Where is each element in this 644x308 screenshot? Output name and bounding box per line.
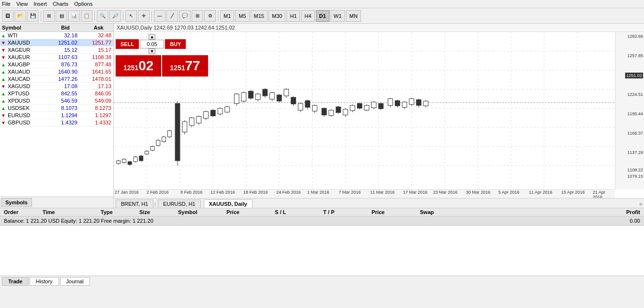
grid-button[interactable]: ⊞ bbox=[192, 10, 203, 22]
zoom-in-button[interactable]: ⊞ bbox=[43, 10, 55, 22]
tf-m15[interactable]: M15 bbox=[251, 10, 268, 22]
col-tp: T / P bbox=[321, 209, 370, 215]
sym-name: USDSEK bbox=[7, 105, 45, 111]
symbol-row-xauusd[interactable]: ▼ XAUUSD 1251.02 1251.77 bbox=[0, 39, 113, 46]
chart-header: XAUUSD,Daily 1242.69 1270.03 1242.64 125… bbox=[114, 24, 644, 32]
date-5: 18 Feb 2016 bbox=[243, 190, 268, 195]
sym-name: GBPUSD bbox=[7, 120, 45, 125]
menu-file[interactable]: File bbox=[2, 1, 11, 7]
sep3 bbox=[123, 11, 123, 21]
col-profit: Profit bbox=[457, 209, 642, 215]
menu-charts[interactable]: Charts bbox=[53, 1, 68, 7]
tf-d1[interactable]: D1 bbox=[316, 10, 329, 22]
trendline-button[interactable]: ╱ bbox=[166, 10, 178, 22]
sep5 bbox=[218, 11, 218, 21]
price-level-3: 1224.51 bbox=[627, 92, 643, 97]
svg-rect-39 bbox=[162, 137, 166, 142]
sym-bid: 8.1073 bbox=[45, 105, 79, 111]
indicators-button[interactable]: 📊 bbox=[68, 10, 80, 22]
svg-rect-53 bbox=[210, 110, 215, 116]
symbol-row-usdsek[interactable]: ▲ USDSEK 8.1073 8.1273 bbox=[0, 105, 113, 112]
tab-history[interactable]: History bbox=[30, 277, 59, 286]
col-price: Price bbox=[225, 209, 273, 215]
tab-sep-1: | bbox=[154, 201, 156, 207]
chart-tab-eurusd[interactable]: EURUSD, H1 bbox=[158, 200, 201, 208]
chart-main[interactable]: SELL ▲ ▼ BUY 125102 125177 bbox=[114, 32, 644, 198]
symbol-header: Symbol Bid Ask bbox=[0, 24, 113, 32]
symbol-row-wti[interactable]: ▲ WTI 32.18 32.48 bbox=[0, 32, 113, 39]
svg-rect-77 bbox=[298, 104, 303, 110]
svg-rect-83 bbox=[322, 108, 327, 115]
studies-button[interactable]: ⚙ bbox=[204, 10, 216, 22]
open-button[interactable]: 📂 bbox=[15, 10, 26, 22]
crosshair-zoom-button[interactable]: 🔍 bbox=[97, 10, 108, 22]
tf-m1[interactable]: M1 bbox=[220, 10, 234, 22]
new-chart-button[interactable]: 🖼 bbox=[2, 10, 14, 22]
balance-row: Balance: 1 221.20 USD Equity: 1 221.20 F… bbox=[0, 216, 644, 226]
cursor-button[interactable]: ↖ bbox=[125, 10, 137, 22]
symbol-row-eurusd[interactable]: ▼ EURUSD 1.1294 1.1297 bbox=[0, 112, 113, 119]
sym-name: XPDUSD bbox=[7, 98, 45, 104]
date-16: 21 Apr 2016 bbox=[593, 190, 615, 198]
crosshair-button[interactable]: ✛ bbox=[138, 10, 150, 22]
date-11: 23 Mar 2016 bbox=[433, 190, 458, 195]
chart-area: XAUUSD,Daily 1242.69 1270.03 1242.64 125… bbox=[114, 24, 644, 208]
chart-tab-xauusd[interactable]: XAUUSD, Daily bbox=[204, 200, 253, 208]
tf-h4[interactable]: H4 bbox=[301, 10, 315, 22]
symbol-row-xpdusd[interactable]: ▲ XPDUSD 546.59 549.09 bbox=[0, 97, 113, 105]
tf-m30[interactable]: M30 bbox=[269, 10, 285, 22]
chart-tab-brent[interactable]: BRENT, H1 bbox=[116, 200, 153, 208]
svg-rect-67 bbox=[263, 89, 268, 96]
tf-mn[interactable]: MN bbox=[346, 10, 361, 22]
tab-trade[interactable]: Trade bbox=[2, 277, 29, 286]
menu-insert[interactable]: Insert bbox=[33, 1, 47, 7]
col-symbol: Symbol bbox=[176, 209, 225, 215]
tab-journal[interactable]: Journal bbox=[60, 277, 90, 286]
symbol-row-xauaud[interactable]: ▲ XAUAUD 1640.90 1641.65 bbox=[0, 68, 113, 76]
price-level-1: 1282.66 bbox=[627, 34, 643, 39]
arrow-icon: ▼ bbox=[0, 120, 7, 125]
menu-view[interactable]: View bbox=[16, 1, 28, 7]
svg-rect-33 bbox=[145, 151, 149, 154]
menu-options[interactable]: Options bbox=[74, 1, 92, 7]
buy-button[interactable]: BUY bbox=[165, 39, 186, 49]
scroll-header bbox=[105, 24, 113, 31]
hline-button[interactable]: — bbox=[154, 10, 165, 22]
text-button[interactable]: 💬 bbox=[179, 10, 191, 22]
templates-button[interactable]: 📋 bbox=[81, 10, 92, 22]
svg-rect-111 bbox=[423, 101, 428, 106]
sym-name: XAUCAD bbox=[7, 76, 45, 82]
date-13: 5 Apr 2016 bbox=[498, 190, 520, 195]
lot-input[interactable] bbox=[140, 40, 164, 48]
svg-rect-23 bbox=[117, 161, 120, 164]
lot-down-button[interactable]: ▼ bbox=[149, 48, 155, 54]
tf-h1[interactable]: H1 bbox=[286, 10, 300, 22]
sym-bid: 1107.63 bbox=[45, 54, 79, 60]
svg-rect-29 bbox=[134, 157, 137, 162]
save-button[interactable]: 💾 bbox=[27, 10, 39, 22]
symbol-row-xageur[interactable]: ▼ XAGEUR 15.12 15.17 bbox=[0, 46, 113, 54]
arrow-icon: ▲ bbox=[0, 77, 7, 82]
symbol-row-xaugbp[interactable]: ▲ XAUGBP 876.73 877.48 bbox=[0, 61, 113, 68]
symbol-row-xaueur[interactable]: ▼ XAUEUR 1107.63 1108.38 bbox=[0, 54, 113, 61]
symbol-row-gbpusd[interactable]: ▼ GBPUSD 1.4329 1.4332 bbox=[0, 119, 113, 126]
tf-m5[interactable]: M5 bbox=[235, 10, 249, 22]
svg-rect-81 bbox=[312, 106, 317, 111]
symbol-row-xaucad[interactable]: ▲ XAUCAD 1477.26 1478.01 bbox=[0, 76, 113, 83]
zoom-out2-button[interactable]: 🔎 bbox=[109, 10, 121, 22]
sell-price-frac: 02 bbox=[138, 58, 153, 74]
price-level-7: 1108.22 bbox=[627, 168, 643, 172]
date-6: 24 Feb 2016 bbox=[276, 190, 301, 195]
sym-bid: 1477.26 bbox=[45, 76, 79, 82]
svg-rect-49 bbox=[196, 116, 201, 123]
date-7: 1 Mar 2016 bbox=[307, 190, 329, 195]
sell-button[interactable]: SELL bbox=[116, 39, 139, 49]
chart-tabs-arrow[interactable]: » bbox=[639, 201, 644, 207]
symbol-row-xptusd[interactable]: ▲ XPTUSD 842.55 846.05 bbox=[0, 90, 113, 97]
symbol-row-xagusd[interactable]: ▼ XAGUSD 17.08 17.13 bbox=[0, 83, 113, 90]
zoom-out-button[interactable]: ▤ bbox=[56, 10, 67, 22]
tf-w1[interactable]: W1 bbox=[330, 10, 345, 22]
sep1 bbox=[41, 11, 41, 21]
lot-up-button[interactable]: ▲ bbox=[149, 34, 155, 40]
tab-symbols[interactable]: Symbols bbox=[1, 198, 32, 207]
